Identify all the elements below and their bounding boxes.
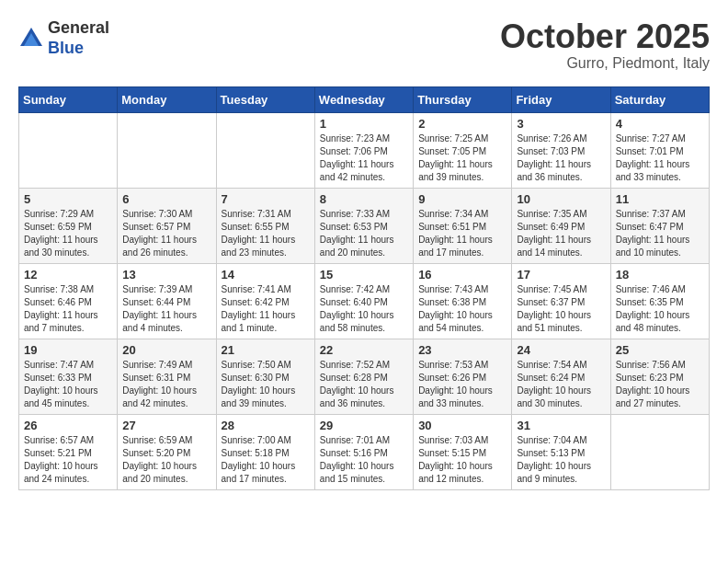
day-number: 23 <box>418 343 506 357</box>
logo: General Blue <box>18 18 109 58</box>
day-number: 17 <box>517 268 605 282</box>
day-info: Sunrise: 7:03 AM Sunset: 5:15 PM Dayligh… <box>418 434 506 486</box>
day-number: 30 <box>418 419 506 432</box>
day-number: 4 <box>616 117 704 131</box>
day-number: 21 <box>222 343 310 357</box>
day-number: 22 <box>320 343 408 357</box>
day-number: 18 <box>616 268 704 282</box>
day-info: Sunrise: 7:25 AM Sunset: 7:05 PM Dayligh… <box>418 132 506 184</box>
weekday-header: Thursday <box>414 86 512 112</box>
calendar-week-row: 5Sunrise: 7:29 AM Sunset: 6:59 PM Daylig… <box>19 188 710 263</box>
day-number: 31 <box>517 419 605 432</box>
calendar-cell: 10Sunrise: 7:35 AM Sunset: 6:49 PM Dayli… <box>512 188 610 263</box>
day-number: 8 <box>320 192 408 206</box>
calendar-cell: 29Sunrise: 7:01 AM Sunset: 5:16 PM Dayli… <box>314 414 413 489</box>
weekday-header: Sunday <box>19 86 118 112</box>
day-info: Sunrise: 7:47 AM Sunset: 6:33 PM Dayligh… <box>24 359 112 410</box>
day-info: Sunrise: 7:45 AM Sunset: 6:37 PM Dayligh… <box>517 283 605 335</box>
calendar-cell: 19Sunrise: 7:47 AM Sunset: 6:33 PM Dayli… <box>19 339 118 414</box>
calendar-cell: 20Sunrise: 7:49 AM Sunset: 6:31 PM Dayli… <box>118 339 216 414</box>
day-number: 25 <box>616 343 704 357</box>
calendar-cell: 11Sunrise: 7:37 AM Sunset: 6:47 PM Dayli… <box>610 188 709 263</box>
calendar-cell: 27Sunrise: 6:59 AM Sunset: 5:20 PM Dayli… <box>118 414 216 489</box>
calendar-cell: 22Sunrise: 7:52 AM Sunset: 6:28 PM Dayli… <box>314 339 413 414</box>
day-info: Sunrise: 6:57 AM Sunset: 5:21 PM Dayligh… <box>24 434 112 486</box>
logo-icon <box>18 26 44 52</box>
day-number: 9 <box>418 192 506 206</box>
calendar-cell <box>216 112 314 188</box>
calendar-cell: 28Sunrise: 7:00 AM Sunset: 5:18 PM Dayli… <box>216 414 314 489</box>
calendar-cell: 21Sunrise: 7:50 AM Sunset: 6:30 PM Dayli… <box>216 339 314 414</box>
calendar-cell: 24Sunrise: 7:54 AM Sunset: 6:24 PM Dayli… <box>512 339 610 414</box>
day-info: Sunrise: 7:29 AM Sunset: 6:59 PM Dayligh… <box>24 208 112 259</box>
day-info: Sunrise: 7:34 AM Sunset: 6:51 PM Dayligh… <box>418 208 506 259</box>
calendar-cell: 15Sunrise: 7:42 AM Sunset: 6:40 PM Dayli… <box>314 263 413 339</box>
calendar-cell: 2Sunrise: 7:25 AM Sunset: 7:05 PM Daylig… <box>414 112 512 188</box>
calendar-cell <box>19 112 118 188</box>
calendar-cell: 8Sunrise: 7:33 AM Sunset: 6:53 PM Daylig… <box>314 188 413 263</box>
day-info: Sunrise: 7:23 AM Sunset: 7:06 PM Dayligh… <box>320 132 408 184</box>
weekday-header: Wednesday <box>314 86 413 112</box>
day-number: 24 <box>517 343 605 357</box>
calendar-cell: 25Sunrise: 7:56 AM Sunset: 6:23 PM Dayli… <box>610 339 709 414</box>
calendar-cell: 31Sunrise: 7:04 AM Sunset: 5:13 PM Dayli… <box>512 414 610 489</box>
day-info: Sunrise: 7:04 AM Sunset: 5:13 PM Dayligh… <box>517 434 605 486</box>
calendar-cell: 26Sunrise: 6:57 AM Sunset: 5:21 PM Dayli… <box>19 414 118 489</box>
day-info: Sunrise: 7:27 AM Sunset: 7:01 PM Dayligh… <box>616 132 704 184</box>
day-number: 6 <box>122 192 210 206</box>
day-number: 15 <box>320 268 408 282</box>
calendar-week-row: 12Sunrise: 7:38 AM Sunset: 6:46 PM Dayli… <box>19 263 710 339</box>
calendar-cell: 9Sunrise: 7:34 AM Sunset: 6:51 PM Daylig… <box>414 188 512 263</box>
weekday-header-row: SundayMondayTuesdayWednesdayThursdayFrid… <box>19 86 710 112</box>
day-info: Sunrise: 7:33 AM Sunset: 6:53 PM Dayligh… <box>320 208 408 259</box>
day-number: 20 <box>122 343 210 357</box>
calendar-cell: 30Sunrise: 7:03 AM Sunset: 5:15 PM Dayli… <box>414 414 512 489</box>
day-info: Sunrise: 7:46 AM Sunset: 6:35 PM Dayligh… <box>616 283 704 335</box>
weekday-header: Friday <box>512 86 610 112</box>
day-number: 28 <box>222 419 310 432</box>
day-number: 14 <box>222 268 310 282</box>
day-info: Sunrise: 7:41 AM Sunset: 6:42 PM Dayligh… <box>222 283 310 335</box>
day-number: 1 <box>320 117 408 131</box>
day-info: Sunrise: 7:35 AM Sunset: 6:49 PM Dayligh… <box>517 208 605 259</box>
day-number: 19 <box>24 343 112 357</box>
calendar-cell <box>610 414 709 489</box>
title-block: October 2025 Gurro, Piedmont, Italy <box>500 18 710 72</box>
day-number: 11 <box>616 192 704 206</box>
day-info: Sunrise: 7:26 AM Sunset: 7:03 PM Dayligh… <box>517 132 605 184</box>
calendar-cell: 17Sunrise: 7:45 AM Sunset: 6:37 PM Dayli… <box>512 263 610 339</box>
calendar-cell: 14Sunrise: 7:41 AM Sunset: 6:42 PM Dayli… <box>216 263 314 339</box>
day-number: 26 <box>24 419 112 432</box>
day-number: 5 <box>24 192 112 206</box>
day-number: 29 <box>320 419 408 432</box>
day-number: 7 <box>222 192 310 206</box>
day-info: Sunrise: 7:49 AM Sunset: 6:31 PM Dayligh… <box>122 359 210 410</box>
day-info: Sunrise: 7:54 AM Sunset: 6:24 PM Dayligh… <box>517 359 605 410</box>
day-info: Sunrise: 7:38 AM Sunset: 6:46 PM Dayligh… <box>24 283 112 335</box>
calendar-week-row: 1Sunrise: 7:23 AM Sunset: 7:06 PM Daylig… <box>19 112 710 188</box>
month-title: October 2025 <box>500 18 710 55</box>
weekday-header: Tuesday <box>216 86 314 112</box>
day-info: Sunrise: 7:00 AM Sunset: 5:18 PM Dayligh… <box>222 434 310 486</box>
day-number: 27 <box>122 419 210 432</box>
calendar-cell: 12Sunrise: 7:38 AM Sunset: 6:46 PM Dayli… <box>19 263 118 339</box>
day-info: Sunrise: 7:56 AM Sunset: 6:23 PM Dayligh… <box>616 359 704 410</box>
day-number: 12 <box>24 268 112 282</box>
day-number: 3 <box>517 117 605 131</box>
page-header: General Blue October 2025 Gurro, Piedmon… <box>18 18 710 72</box>
day-info: Sunrise: 6:59 AM Sunset: 5:20 PM Dayligh… <box>122 434 210 486</box>
day-number: 2 <box>418 117 506 131</box>
logo-text: General Blue <box>48 18 109 58</box>
day-info: Sunrise: 7:30 AM Sunset: 6:57 PM Dayligh… <box>122 208 210 259</box>
calendar-cell: 3Sunrise: 7:26 AM Sunset: 7:03 PM Daylig… <box>512 112 610 188</box>
day-info: Sunrise: 7:50 AM Sunset: 6:30 PM Dayligh… <box>222 359 310 410</box>
day-info: Sunrise: 7:37 AM Sunset: 6:47 PM Dayligh… <box>616 208 704 259</box>
calendar-cell: 23Sunrise: 7:53 AM Sunset: 6:26 PM Dayli… <box>414 339 512 414</box>
day-info: Sunrise: 7:42 AM Sunset: 6:40 PM Dayligh… <box>320 283 408 335</box>
calendar-cell: 7Sunrise: 7:31 AM Sunset: 6:55 PM Daylig… <box>216 188 314 263</box>
location: Gurro, Piedmont, Italy <box>500 55 710 72</box>
day-info: Sunrise: 7:01 AM Sunset: 5:16 PM Dayligh… <box>320 434 408 486</box>
calendar-week-row: 19Sunrise: 7:47 AM Sunset: 6:33 PM Dayli… <box>19 339 710 414</box>
calendar-cell: 1Sunrise: 7:23 AM Sunset: 7:06 PM Daylig… <box>314 112 413 188</box>
day-info: Sunrise: 7:31 AM Sunset: 6:55 PM Dayligh… <box>222 208 310 259</box>
